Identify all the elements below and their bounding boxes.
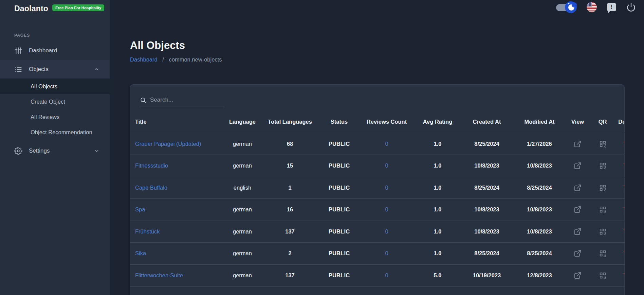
sidebar-item-settings[interactable]: Settings xyxy=(0,141,110,160)
trash-icon[interactable] xyxy=(623,272,625,279)
cell-created-at: 8/25/2024 xyxy=(460,133,514,155)
external-link-icon[interactable] xyxy=(574,228,582,236)
reviews-count-link[interactable]: 0 xyxy=(385,250,388,256)
object-title-link[interactable]: Sika xyxy=(135,250,146,256)
qr-code-icon[interactable] xyxy=(599,206,607,213)
qr-code-icon[interactable] xyxy=(599,184,607,192)
sidebar-item-dashboard[interactable]: Dashboard xyxy=(0,41,110,60)
external-link-icon[interactable] xyxy=(574,184,582,192)
brand: Daolanto Free Plan For Hospitality xyxy=(0,0,110,13)
cell-avg-rating: 1.0 xyxy=(416,155,460,177)
breadcrumb-current: common.new-objects xyxy=(169,56,222,63)
sidebar: Daolanto Free Plan For Hospitality PAGES… xyxy=(0,0,110,295)
cell-status: PUBLIC xyxy=(320,155,358,177)
page-title: All Objects xyxy=(130,39,644,52)
table-row: Cape Buffalo english 1 PUBLIC 0 1.0 8/25… xyxy=(130,177,625,199)
object-title-link[interactable]: Cape Buffalo xyxy=(135,185,167,191)
reviews-count-link[interactable]: 0 xyxy=(385,185,388,191)
cell-status: PUBLIC xyxy=(320,199,358,221)
cell-modified-at: 1/27/2026 xyxy=(514,133,565,155)
external-link-icon[interactable] xyxy=(574,206,582,213)
search-icon xyxy=(140,97,146,103)
table-row: Fitnessstudio german 15 PUBLIC 0 1.0 10/… xyxy=(130,155,625,177)
table-row: Sika german 2 PUBLIC 0 1.0 8/25/2024 8/2… xyxy=(130,243,625,265)
qr-code-icon[interactable] xyxy=(599,140,607,148)
cell-created-at: 10/8/2023 xyxy=(460,155,514,177)
external-link-icon[interactable] xyxy=(574,162,582,170)
table-row: Spa german 16 PUBLIC 0 1.0 10/8/2023 10/… xyxy=(130,199,625,221)
reviews-count-link[interactable]: 0 xyxy=(385,141,388,147)
object-title-link[interactable]: Flitterwochen-Suite xyxy=(135,272,183,278)
objects-table-card: TitleLanguageTotal LanguagesStatusReview… xyxy=(130,84,625,295)
cell-language: german xyxy=(225,133,259,155)
cell-total-languages: 68 xyxy=(259,133,320,155)
object-title-link[interactable]: Frühstück xyxy=(135,228,160,235)
trash-icon[interactable] xyxy=(623,140,625,148)
cell-status: PUBLIC xyxy=(320,243,358,265)
chevron-up-icon xyxy=(94,67,99,72)
external-link-icon[interactable] xyxy=(574,249,582,257)
cell-modified-at: 12/8/2023 xyxy=(514,264,565,287)
sidebar-item-objects[interactable]: Objects xyxy=(0,60,110,79)
column-header-modified-at: Modified At xyxy=(514,111,565,133)
cell-created-at: 10/8/2023 xyxy=(460,221,514,243)
qr-code-icon[interactable] xyxy=(599,272,607,279)
object-title-link[interactable]: Grauer Papagei (Updated) xyxy=(135,141,201,147)
sidebar-subitem-label: Object Recommendation xyxy=(31,129,92,136)
cell-status: PUBLIC xyxy=(320,221,358,243)
sidebar-subitem-create-object[interactable]: Create Object xyxy=(0,94,110,109)
reviews-count-link[interactable]: 0 xyxy=(385,272,388,278)
cell-avg-rating: 5.0 xyxy=(416,264,460,287)
column-header-created-at: Created At xyxy=(460,111,514,133)
sidebar-nav: Dashboard Objects All Objects Create Obj… xyxy=(0,41,110,160)
qr-code-icon[interactable] xyxy=(599,162,607,170)
sidebar-subitem-label: All Objects xyxy=(31,83,57,90)
cell-language: german xyxy=(225,264,259,287)
reviews-count-link[interactable]: 0 xyxy=(385,162,388,169)
sidebar-section-label: PAGES xyxy=(14,33,110,38)
qr-code-icon[interactable] xyxy=(599,249,607,257)
cell-avg-rating: 1.0 xyxy=(416,243,460,265)
cell-language: german xyxy=(225,155,259,177)
object-title-link[interactable]: Fitnessstudio xyxy=(135,162,168,169)
cell-language: german xyxy=(225,243,259,265)
breadcrumb: Dashboard / common.new-objects xyxy=(130,56,644,64)
cell-language: german xyxy=(225,199,259,221)
cell-total-languages: 15 xyxy=(259,155,320,177)
external-link-icon[interactable] xyxy=(574,272,582,279)
cell-modified-at: 10/8/2023 xyxy=(514,155,565,177)
sidebar-subitem-all-reviews[interactable]: All Reviews xyxy=(0,109,110,125)
main-content: All Objects Dashboard / common.new-objec… xyxy=(110,0,644,295)
column-header-reviews-count: Reviews Count xyxy=(358,111,416,133)
table-row: Flitterwochen-Suite german 137 PUBLIC 0 … xyxy=(130,264,625,287)
trash-icon[interactable] xyxy=(623,184,625,192)
cell-total-languages: 16 xyxy=(259,199,320,221)
trash-icon[interactable] xyxy=(623,206,625,213)
trash-icon[interactable] xyxy=(623,249,625,257)
sidebar-subitem-object-recommendation[interactable]: Object Recommendation xyxy=(0,125,110,140)
trash-icon[interactable] xyxy=(623,162,625,170)
breadcrumb-dashboard-link[interactable]: Dashboard xyxy=(130,56,158,63)
reviews-count-link[interactable]: 0 xyxy=(385,228,388,235)
reviews-count-link[interactable]: 0 xyxy=(385,206,388,212)
cell-created-at: 10/19/2023 xyxy=(460,264,514,287)
column-header-status: Status xyxy=(320,111,358,133)
cell-total-languages: 137 xyxy=(259,221,320,243)
trash-icon[interactable] xyxy=(623,228,625,236)
object-title-link[interactable]: Spa xyxy=(135,206,145,212)
cell-modified-at: 8/25/2024 xyxy=(514,243,565,265)
cell-avg-rating: 1.0 xyxy=(416,199,460,221)
sidebar-subitem-all-objects[interactable]: All Objects xyxy=(0,79,110,94)
list-icon xyxy=(14,65,22,73)
sidebar-item-label: Objects xyxy=(29,66,49,73)
cell-created-at: 8/25/2024 xyxy=(460,243,514,265)
external-link-icon[interactable] xyxy=(574,140,582,148)
cell-status: PUBLIC xyxy=(320,264,358,287)
column-header-qr: QR xyxy=(590,111,615,133)
search-input[interactable] xyxy=(139,96,225,107)
cell-avg-rating: 1.0 xyxy=(416,133,460,155)
table-row: Grauer Papagei (Updated) german 68 PUBLI… xyxy=(130,133,625,155)
table-header-row: TitleLanguageTotal LanguagesStatusReview… xyxy=(130,111,625,133)
chevron-down-icon xyxy=(94,148,99,154)
qr-code-icon[interactable] xyxy=(599,228,607,236)
